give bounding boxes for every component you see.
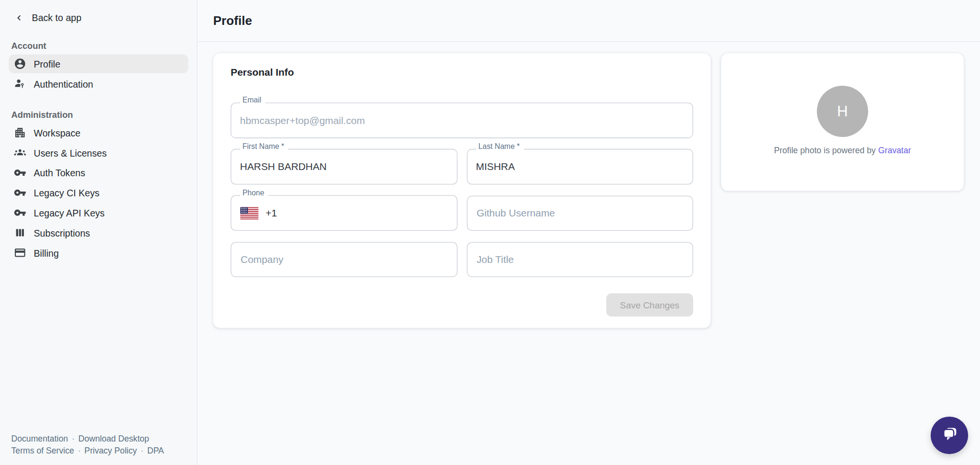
sidebar-item-label: Profile — [34, 58, 61, 69]
last-name-field-label: Last Name * — [479, 143, 520, 150]
profile-photo-card: H Profile photo is powered byGravatar — [721, 53, 964, 192]
sidebar-item-label: Authentication — [34, 79, 93, 89]
sidebar-item-auth-tokens[interactable]: Auth Tokens — [9, 163, 188, 182]
footer-link-privacy-policy[interactable]: Privacy Policy — [84, 446, 137, 455]
avatar-initial: H — [837, 102, 848, 120]
sidebar-item-label: Auth Tokens — [34, 167, 85, 178]
email-field — [231, 103, 693, 138]
github-username-field-wrap — [467, 196, 693, 231]
sidebar-item-authentication[interactable]: Authentication — [9, 74, 188, 93]
section-label-administration: Administration — [11, 110, 197, 120]
chevron-left-icon — [14, 12, 24, 23]
job-title-field[interactable] — [467, 243, 692, 277]
save-changes-button[interactable]: Save Changes — [606, 294, 693, 317]
phone-field[interactable] — [284, 196, 448, 231]
sidebar-item-label: Subscriptions — [34, 227, 90, 238]
key-icon — [14, 186, 26, 199]
first-name-field[interactable] — [231, 149, 457, 184]
sidebar-item-users-licenses[interactable]: Users & Licenses — [9, 143, 188, 162]
credit-card-icon — [14, 247, 26, 259]
personal-info-title: Personal Info — [231, 67, 693, 79]
phone-field-label: Phone — [243, 189, 264, 196]
us-flag-icon[interactable] — [240, 207, 259, 219]
company-field[interactable] — [231, 243, 457, 277]
sidebar-item-billing[interactable]: Billing — [9, 243, 188, 262]
settings-sidebar: Back to app Account Profile Authenticati… — [0, 0, 198, 465]
main-area: Profile Personal Info Email Email — [198, 0, 980, 465]
last-name-field-wrap: Last Name * Last Name * — [467, 149, 693, 184]
key-icon — [14, 166, 26, 179]
github-username-field[interactable] — [467, 196, 692, 230]
chat-bubble-icon — [939, 423, 960, 446]
sidebar-item-subscriptions[interactable]: Subscriptions — [9, 223, 188, 242]
gravatar-link[interactable]: Gravatar — [878, 146, 911, 155]
job-title-field-wrap — [467, 242, 693, 277]
sidebar-item-legacy-ci-keys[interactable]: Legacy CI Keys — [9, 183, 188, 202]
person-key-icon — [14, 78, 26, 90]
sidebar-footer: Documentation·Download Desktop Terms of … — [11, 432, 164, 457]
phone-field-wrap: Phone Phone — [231, 196, 457, 231]
first-name-field-label: First Name * — [243, 143, 284, 150]
chat-launcher-button[interactable] — [931, 416, 968, 454]
sidebar-item-label: Legacy API Keys — [34, 207, 105, 218]
company-field-wrap — [231, 242, 457, 277]
footer-link-terms-of-service[interactable]: Terms of Service — [11, 446, 74, 455]
footer-separator: · — [78, 446, 81, 455]
footer-link-download-desktop[interactable]: Download Desktop — [78, 434, 149, 443]
page-title: Profile — [213, 13, 252, 28]
building-icon — [14, 126, 26, 139]
content-area: Personal Info Email Email — [198, 42, 980, 329]
sidebar-item-legacy-api-keys[interactable]: Legacy API Keys — [9, 203, 188, 222]
section-label-account: Account — [11, 41, 197, 51]
vertical-bars-icon — [14, 227, 26, 239]
first-name-field-wrap: First Name * First Name * — [231, 149, 457, 184]
sidebar-item-label: Users & Licenses — [34, 147, 107, 158]
page-header: Profile — [198, 0, 980, 42]
back-to-app-button[interactable]: Back to app — [0, 0, 197, 23]
photo-caption: Profile photo is powered byGravatar — [774, 146, 911, 155]
sidebar-item-profile[interactable]: Profile — [9, 55, 188, 73]
personal-info-card: Personal Info Email Email — [212, 53, 711, 329]
footer-separator: · — [141, 446, 144, 455]
footer-separator: · — [72, 434, 75, 443]
account-circle-icon — [14, 57, 26, 70]
phone-dial-code: +1 — [266, 208, 277, 219]
footer-link-documentation[interactable]: Documentation — [11, 434, 68, 443]
last-name-field[interactable] — [467, 149, 693, 184]
people-group-icon — [14, 147, 26, 159]
personal-info-form: Email Email First Name * First Name * — [231, 103, 693, 317]
key-icon — [14, 206, 26, 219]
sidebar-item-workspace[interactable]: Workspace — [9, 123, 188, 142]
back-to-app-label: Back to app — [32, 12, 81, 23]
email-field-wrap: Email Email — [231, 103, 693, 138]
sidebar-item-label: Billing — [34, 248, 59, 258]
avatar: H — [817, 86, 868, 137]
app-window: Back to app Account Profile Authenticati… — [0, 0, 980, 465]
footer-link-dpa[interactable]: DPA — [147, 446, 164, 455]
email-field-label: Email — [243, 96, 261, 104]
sidebar-item-label: Legacy CI Keys — [34, 187, 100, 198]
sidebar-item-label: Workspace — [34, 127, 81, 138]
